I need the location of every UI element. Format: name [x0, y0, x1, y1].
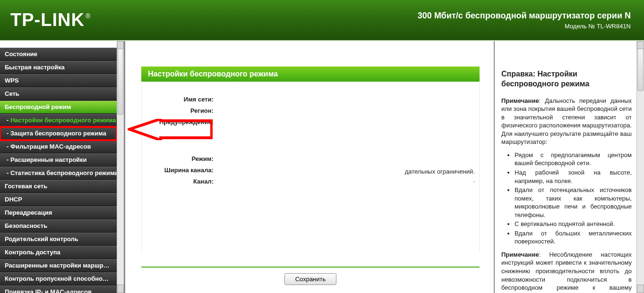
help-li-1: Рядом с предполагаемым центром вашей бес… — [515, 151, 632, 167]
scrollbar-thumb[interactable] — [118, 49, 123, 115]
help-li-5: Вдали от больших металлических поверхнос… — [515, 229, 632, 246]
field-ssid: Имя сети: — [150, 96, 471, 104]
help-list: Рядом с предполагаемым центром вашей бес… — [501, 151, 632, 246]
field-warning: Предупреждение: — [150, 118, 471, 127]
sidebar-item-10[interactable]: Гостевая сеть — [0, 180, 117, 193]
sidebar-item-12[interactable]: Переадресация — [0, 206, 117, 219]
sidebar-item-15[interactable]: Контроль доступа — [0, 246, 117, 259]
value-mode[interactable] — [216, 155, 471, 164]
sidebar-item-0[interactable]: Состояние — [0, 48, 117, 61]
field-mode: Режим: — [150, 155, 471, 164]
sidebar-item-14[interactable]: Родительский контроль — [0, 233, 117, 246]
save-button[interactable]: Сохранить — [284, 273, 337, 285]
sidebar-subitem-5[interactable]: - Настройки беспроводного режима — [0, 114, 117, 127]
value-warning — [216, 118, 471, 127]
label-ssid: Имя сети: — [150, 96, 216, 104]
help-li-4: С вертикально поднятой антенной. — [515, 220, 632, 228]
help-note-1: Примечание: Дальность передачи данных ил… — [501, 97, 632, 146]
label-channel: Канал: — [150, 178, 216, 186]
registered-icon: ® — [86, 12, 90, 20]
help-note-2: Примечание: Несоблюдение настоящих инстр… — [501, 251, 632, 293]
sidebar-item-4[interactable]: Беспроводной режим — [0, 100, 117, 114]
header-info: 300 Мбит/с беспроводной маршрутизатор се… — [418, 11, 631, 30]
content-pane: Настройки беспроводного режима Имя сети:… — [125, 41, 494, 293]
sidebar-subitem-8[interactable]: - Расширенные настройки — [0, 153, 117, 167]
brand-logo: TP-LINK ® — [10, 10, 90, 30]
help-container: Справка: Настройки беспроводного режима … — [494, 41, 644, 293]
product-model: Модель № TL-WR841N — [418, 23, 631, 30]
sidebar-scrollbar[interactable] — [117, 41, 124, 293]
logo-text: TP-LINK — [10, 10, 85, 30]
value-ssid[interactable] — [216, 96, 471, 104]
main-layout: СостояниеБыстрая настройкаWPSСетьБеспров… — [0, 41, 644, 293]
form-area: Имя сети: Регион: Предупреждение: Режим:… — [141, 82, 480, 252]
sidebar-subitem-7[interactable]: - Фильтрация MAC-адресов — [0, 140, 117, 153]
label-warning: Предупреждение: — [150, 118, 216, 127]
sidebar-container: СостояниеБыстрая настройкаWPSСетьБеспров… — [0, 41, 125, 293]
warning-overflow-text: дательных ограничений. . — [405, 167, 475, 184]
sidebar-item-1[interactable]: Быстрая настройка — [0, 61, 117, 74]
app-header: TP-LINK ® 300 Мбит/с беспроводной маршру… — [0, 0, 644, 41]
sidebar-item-18[interactable]: Привязка IP- и MAC-адресов — [0, 285, 117, 293]
sidebar-nav[interactable]: СостояниеБыстрая настройкаWPSСетьБеспров… — [0, 41, 117, 293]
sidebar-subitem-9[interactable]: - Статистика беспроводного режима — [0, 167, 117, 180]
label-region: Регион: — [150, 107, 216, 116]
help-li-2: Над рабочей зоной на высоте, например, н… — [515, 168, 632, 185]
save-row: Сохранить — [141, 273, 480, 285]
scrollbar-thumb[interactable] — [637, 49, 644, 91]
label-mode: Режим: — [150, 155, 216, 164]
sidebar-subitem-6[interactable]: - Защита беспроводного режима — [0, 127, 117, 140]
help-scrollbar[interactable] — [636, 41, 644, 293]
label-channel-width: Ширина канала: — [150, 167, 216, 175]
sidebar-item-2[interactable]: WPS — [0, 74, 117, 87]
page-title: Настройки беспроводного режима — [141, 67, 480, 82]
sidebar-item-11[interactable]: DHCP — [0, 193, 117, 206]
sidebar-item-16[interactable]: Расширенные настройки маршрутизации — [0, 259, 117, 272]
help-li-3: Вдали от потенциальных источников помех,… — [515, 186, 632, 219]
help-pane: Справка: Настройки беспроводного режима … — [495, 41, 636, 293]
sidebar-item-13[interactable]: Безопасность — [0, 219, 117, 233]
divider — [141, 267, 480, 268]
product-title: 300 Мбит/с беспроводной маршрутизатор се… — [418, 11, 631, 21]
sidebar-item-3[interactable]: Сеть — [0, 87, 117, 100]
help-title: Справка: Настройки беспроводного режима — [501, 69, 632, 89]
field-region: Регион: — [150, 107, 471, 116]
sidebar-item-17[interactable]: Контроль пропускной способности — [0, 272, 117, 285]
value-region[interactable] — [216, 107, 471, 116]
